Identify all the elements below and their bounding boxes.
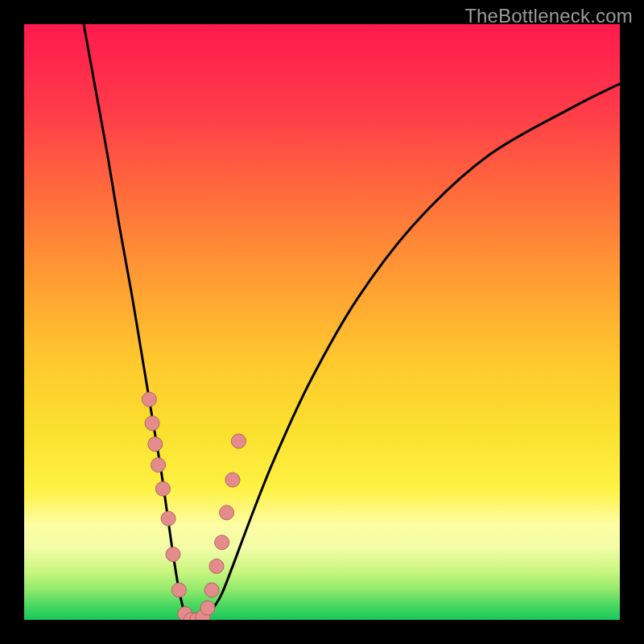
plot-area: [24, 24, 620, 620]
data-marker: [200, 601, 215, 615]
data-marker: [204, 583, 219, 597]
data-marker: [220, 506, 234, 520]
data-marker: [225, 473, 240, 487]
data-marker: [215, 535, 229, 550]
data-marker: [209, 559, 224, 573]
data-marker: [166, 547, 180, 562]
data-marker: [142, 392, 156, 407]
data-marker: [155, 481, 170, 496]
data-marker: [231, 434, 246, 448]
data-marker: [148, 437, 163, 452]
data-marker: [161, 511, 175, 526]
marker-group: [142, 392, 246, 620]
chart-container: TheBottleneck.com: [0, 0, 644, 644]
data-marker: [171, 583, 186, 597]
curve-layer: [24, 24, 620, 620]
data-marker: [145, 416, 159, 431]
data-marker: [151, 458, 166, 473]
bottleneck-curve: [84, 24, 620, 620]
